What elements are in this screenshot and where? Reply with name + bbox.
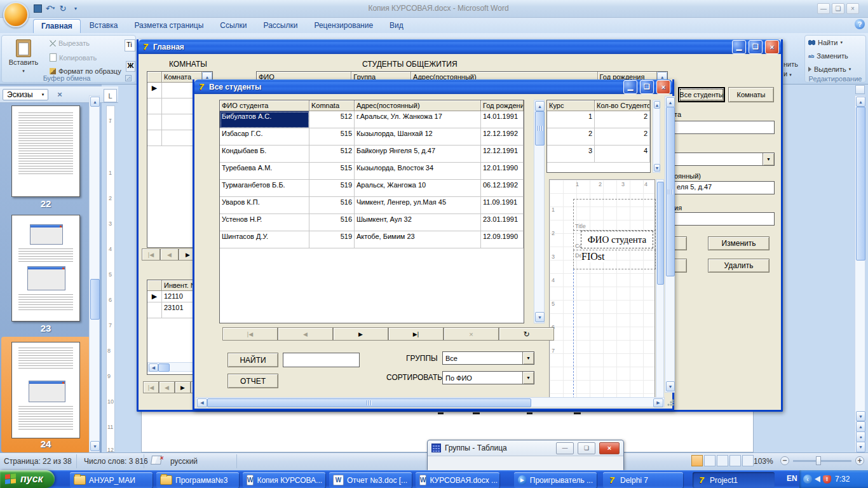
qat-customize-icon[interactable]: ▾ <box>70 3 81 14</box>
taskbar-item-kursovaya[interactable]: WКУРСОВАЯ.docx ... <box>416 472 499 488</box>
window-vscrollbar[interactable]: ▲ ▼ <box>665 96 675 393</box>
maximize-icon[interactable]: ❏ <box>640 80 654 94</box>
language-bar-icon[interactable]: ‹ <box>803 475 812 484</box>
maximize-icon[interactable]: ❏ <box>749 40 763 54</box>
thumbnail-page-24[interactable] <box>11 342 80 438</box>
security-shield-icon[interactable]: ! <box>823 475 831 484</box>
table-row[interactable]: Туребаева А.М. 515 Кызылорда, Влосток 34… <box>220 163 524 180</box>
scrollbar-thumb[interactable] <box>207 398 531 407</box>
taskbar-item-delphi[interactable]: 7Delphi 7 <box>603 472 683 488</box>
detail-band[interactable]: Det FIOst <box>573 250 656 269</box>
scroll-down-icon[interactable]: ▼ <box>90 441 100 451</box>
window-hscrollbar[interactable]: ◀ ▶ <box>196 397 665 407</box>
find-button[interactable]: Найти▾ <box>808 39 843 46</box>
inventory-hscrollbar[interactable]: ◀ <box>147 362 198 372</box>
help-icon[interactable]: ? <box>855 19 865 29</box>
cut-button[interactable]: Вырезать <box>50 39 90 47</box>
nav-next-button[interactable]: ▶ <box>175 381 191 393</box>
spellcheck-icon[interactable]: × <box>151 456 162 464</box>
scroll-up-icon[interactable]: ▲ <box>90 97 100 107</box>
nav-first-button[interactable]: |◀ <box>222 327 278 341</box>
scroll-down-icon[interactable]: ▼ <box>535 312 545 322</box>
find-button[interactable]: НАЙТИ <box>227 353 278 367</box>
close-icon[interactable]: × <box>765 40 779 54</box>
designer-scrollbar[interactable] <box>656 179 664 400</box>
zoom-slider-track[interactable] <box>793 460 851 462</box>
replace-button[interactable]: ab Заменить <box>808 52 848 60</box>
scrollbar-thumb[interactable] <box>856 107 865 261</box>
taskbar-item-programma[interactable]: Программа№3 <box>156 472 239 488</box>
search-input[interactable] <box>283 353 360 367</box>
scroll-down-icon[interactable]: ▼ <box>654 164 660 172</box>
column-band[interactable]: Col ФИО студента <box>573 229 656 250</box>
taskbar-item-project1[interactable]: 7Project1 <box>693 472 775 488</box>
title-band[interactable]: Title <box>573 199 656 231</box>
select-button[interactable]: Выделить▾ <box>808 65 851 73</box>
nav-prior-button[interactable]: ◀ <box>278 327 333 341</box>
thumbnails-scrollbar[interactable]: ▲ ▼ <box>89 95 100 452</box>
language-indicator[interactable]: EN <box>787 474 797 483</box>
glavnaya-titlebar[interactable]: 7 Главная ▁ ❏ × <box>139 39 781 54</box>
detail-field-label[interactable]: FIOst <box>581 251 604 262</box>
zoom-out-icon[interactable]: – <box>780 456 789 465</box>
table-row[interactable]: Кондыбаев Б. 512 Байконур Янгеля 5, д.47… <box>220 146 524 163</box>
table-row[interactable]: Избасар Г.С. 515 Кызылорда, Шанхай 12 12… <box>220 128 524 146</box>
clipboard-dialog-launcher-icon[interactable]: ◿ <box>125 75 132 81</box>
students-grid[interactable]: ФИО студента Komnata Адрес(постоянный) Г… <box>219 100 524 323</box>
table-row[interactable]: Устенов Н.Р. 516 Шымкент, Аул 32 23.01.1… <box>220 214 524 231</box>
tab-selector-box[interactable]: L <box>104 89 117 102</box>
chevron-down-icon[interactable]: ▼ <box>763 153 774 165</box>
table-row[interactable]: Шинтасов Д.У. 519 Актобе, Бимим 23 12.09… <box>220 231 524 248</box>
taskbar-item-anuar[interactable]: АНУАР_МАИ <box>70 472 153 488</box>
scrollbar-thumb[interactable] <box>535 111 545 146</box>
zoom-slider-thumb[interactable] <box>816 456 821 465</box>
word-scrollbar[interactable]: ▲ ▼ ▲ ● ▼ <box>855 95 865 452</box>
address-input[interactable]: еля 5, д.47 <box>674 181 775 194</box>
scrollbar-thumb[interactable] <box>90 279 100 320</box>
course-grid-scrollbar[interactable]: ▲ ▼ <box>653 100 660 173</box>
taskbar-item-otchet[interactable]: WОтчет №3.doc [... <box>329 472 412 488</box>
status-page[interactable]: Страница: 22 из 38 <box>4 457 72 466</box>
taskbar-item-player[interactable]: ▶Проигрыватель ... <box>514 472 597 488</box>
table-row[interactable]: 1 2 <box>547 111 650 128</box>
status-words[interactable]: Число слов: 3 816 <box>84 457 148 466</box>
all-students-button[interactable]: Все студенты <box>678 87 725 102</box>
scroll-up-icon[interactable]: ▲ <box>535 101 545 111</box>
clock[interactable]: 7:32 <box>835 475 850 484</box>
room-combobox[interactable]: ▼ <box>674 152 775 166</box>
volume-icon[interactable] <box>815 476 820 482</box>
table-row[interactable]: 2 2 <box>547 128 650 146</box>
save-icon[interactable] <box>32 3 43 14</box>
nav-prior-button[interactable]: ◀ <box>159 381 175 393</box>
report-button[interactable]: ОТЧЕТ <box>227 374 278 388</box>
zoom-level[interactable]: 103% <box>754 457 773 466</box>
scroll-down-icon[interactable]: ▼ <box>856 411 865 421</box>
minimize-icon[interactable]: ▁ <box>732 40 746 54</box>
nav-next-button[interactable]: ▶ <box>333 327 388 341</box>
groups-combobox[interactable]: Все▼ <box>442 351 534 365</box>
nav-first-button[interactable]: |◀ <box>142 248 160 261</box>
taskbar-item-kopiya-kursovaya[interactable]: WКопия КУРСОВА... <box>243 472 325 488</box>
edit-button[interactable]: Изменить <box>708 236 770 250</box>
scroll-left-icon[interactable]: ◀ <box>149 363 158 372</box>
resize-grip[interactable] <box>666 398 675 407</box>
start-button[interactable]: пуск <box>0 470 55 488</box>
redo-icon[interactable]: ↻ <box>57 3 69 14</box>
scrollbar-thumb[interactable] <box>666 107 675 276</box>
delete-button[interactable]: Удалить <box>708 259 770 273</box>
report-designer[interactable]: 1 2 3 4 1 2 3 4 5 6 7 Title Col ФИО студ… <box>549 179 655 400</box>
table-row[interactable]: Турмаганбетов Б.Б. 519 Аральск, Жангожа … <box>220 180 524 197</box>
thumbnail-page-23[interactable] <box>11 215 80 322</box>
table-row[interactable]: Уваров К.П. 516 Чимкент, Ленгер, ул.Мая … <box>220 197 524 214</box>
students-grid-scrollbar[interactable]: ▲ ▼ <box>534 100 545 323</box>
ruler-toggle-button[interactable] <box>855 85 865 94</box>
minimize-icon[interactable]: — <box>817 3 830 14</box>
scroll-left-icon[interactable]: ◀ <box>197 398 207 407</box>
maximize-icon[interactable]: ❏ <box>578 442 595 454</box>
restore-icon[interactable]: ❏ <box>832 3 844 14</box>
close-icon[interactable]: × <box>599 442 620 454</box>
table-row[interactable]: 3 4 <box>547 146 650 163</box>
scrollbar-thumb[interactable] <box>657 182 664 285</box>
column-header-label[interactable]: ФИО студента <box>581 231 653 248</box>
scroll-down-icon[interactable]: ▼ <box>666 381 675 391</box>
